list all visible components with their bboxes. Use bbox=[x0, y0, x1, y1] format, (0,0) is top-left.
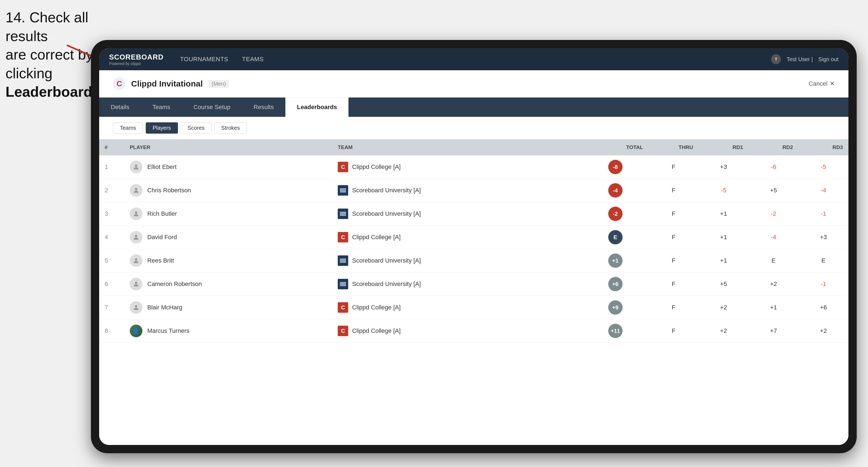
nav-links: TOURNAMENTS TEAMS bbox=[180, 54, 771, 65]
player-name: Blair McHarg bbox=[147, 304, 182, 311]
brand-sub: Powered by clippd bbox=[109, 61, 164, 66]
team-icon: C bbox=[338, 232, 348, 243]
svg-point-3 bbox=[135, 188, 137, 190]
user-name: Test User | bbox=[786, 56, 813, 63]
cell-team: CClippd College [A] bbox=[332, 155, 582, 179]
brand-logo: SCOREBOARD Powered by clippd bbox=[109, 53, 164, 66]
cell-rd3: +2 bbox=[799, 319, 848, 343]
cell-rank: 4 bbox=[99, 226, 124, 249]
cell-rd3: -1 bbox=[799, 202, 848, 226]
cell-rd2: -4 bbox=[748, 226, 798, 249]
tablet-screen: SCOREBOARD Powered by clippd TOURNAMENTS… bbox=[99, 48, 848, 445]
cell-rd1: +1 bbox=[699, 202, 748, 226]
team-name: Clippd College [A] bbox=[352, 327, 401, 335]
team-icon bbox=[338, 279, 348, 289]
cell-rd2: -6 bbox=[748, 155, 798, 179]
tab-course-setup[interactable]: Course Setup bbox=[182, 97, 242, 117]
filter-strokes[interactable]: Strokes bbox=[214, 122, 247, 134]
table-row: 7Blair McHargCClippd College [A]+9F+2+1+… bbox=[99, 296, 848, 319]
cell-rd2: +1 bbox=[748, 296, 798, 319]
table-row: 8👤Marcus TurnersCClippd College [A]+11F+… bbox=[99, 319, 848, 343]
cell-thru: F bbox=[649, 273, 699, 296]
player-name: Cameron Robertson bbox=[147, 280, 202, 288]
tournament-header: C Clippd Invitational (Men) Cancel ✕ bbox=[99, 70, 848, 97]
player-name: Chris Robertson bbox=[147, 187, 191, 194]
svg-rect-15 bbox=[340, 259, 346, 259]
svg-rect-17 bbox=[340, 261, 346, 261]
tab-teams[interactable]: Teams bbox=[141, 97, 182, 117]
cell-rank: 8 bbox=[99, 319, 124, 343]
cell-total: E bbox=[582, 226, 649, 249]
score-badge: -8 bbox=[608, 160, 623, 174]
svg-rect-12 bbox=[340, 215, 346, 216]
cell-team: Scoreboard University [A] bbox=[332, 202, 582, 226]
score-badge: +1 bbox=[608, 253, 623, 268]
cell-player: Rich Butler bbox=[124, 202, 333, 226]
svg-point-13 bbox=[135, 235, 137, 237]
table-row: 5Rees BrittScoreboard University [A]+1F+… bbox=[99, 249, 848, 273]
cell-thru: F bbox=[649, 249, 699, 273]
cell-rd1: +3 bbox=[699, 155, 748, 179]
team-name: Clippd College [A] bbox=[352, 304, 401, 311]
cell-rd1: +2 bbox=[699, 319, 748, 343]
col-header-rd3: RD3 bbox=[799, 139, 848, 155]
svg-rect-10 bbox=[340, 213, 346, 214]
nav-teams[interactable]: TEAMS bbox=[242, 54, 264, 65]
cell-rd3: +6 bbox=[799, 296, 848, 319]
score-badge: +6 bbox=[608, 277, 623, 291]
svg-point-14 bbox=[135, 258, 137, 261]
table-row: 6Cameron RobertsonScoreboard University … bbox=[99, 273, 848, 296]
team-name: Scoreboard University [A] bbox=[352, 280, 421, 288]
table-row: 2Chris RobertsonScoreboard University [A… bbox=[99, 179, 848, 202]
cell-rd1: +5 bbox=[699, 273, 748, 296]
player-name: Rees Britt bbox=[147, 257, 174, 264]
tab-leaderboards[interactable]: Leaderboards bbox=[285, 97, 349, 117]
table-header-row: # PLAYER TEAM TOTAL THRU RD1 RD2 RD3 bbox=[99, 139, 848, 155]
filter-scores[interactable]: Scores bbox=[181, 122, 212, 134]
team-icon: C bbox=[338, 326, 348, 336]
cell-rank: 5 bbox=[99, 249, 124, 273]
team-icon: C bbox=[338, 162, 348, 172]
svg-rect-23 bbox=[340, 285, 346, 286]
team-icon bbox=[338, 255, 348, 266]
cell-rd1: +2 bbox=[699, 296, 748, 319]
col-header-rd1: RD1 bbox=[699, 139, 748, 155]
team-name: Scoreboard University [A] bbox=[352, 210, 421, 217]
svg-rect-4 bbox=[340, 188, 346, 189]
tournament-icon: C bbox=[113, 77, 126, 90]
svg-rect-11 bbox=[340, 214, 346, 215]
team-name: Scoreboard University [A] bbox=[352, 187, 421, 194]
nav-right: T Test User | Sign out bbox=[771, 54, 839, 64]
cell-team: CClippd College [A] bbox=[332, 296, 582, 319]
player-avatar bbox=[130, 208, 143, 220]
nav-tournaments[interactable]: TOURNAMENTS bbox=[180, 54, 228, 65]
cell-rd1: -5 bbox=[699, 179, 748, 202]
cell-player: Elliot Ebert bbox=[124, 155, 333, 179]
cell-rd2: -2 bbox=[748, 202, 798, 226]
leaderboard-table-container[interactable]: # PLAYER TEAM TOTAL THRU RD1 RD2 RD3 1El… bbox=[99, 139, 848, 445]
cell-player: Rees Britt bbox=[124, 249, 333, 273]
svg-point-19 bbox=[135, 282, 137, 284]
player-name: Rich Butler bbox=[147, 210, 177, 217]
tab-details[interactable]: Details bbox=[99, 97, 141, 117]
filter-teams[interactable]: Teams bbox=[113, 122, 143, 134]
sign-out-link[interactable]: Sign out bbox=[818, 56, 839, 63]
cell-rd2: +7 bbox=[748, 319, 798, 343]
col-header-rank: # bbox=[99, 139, 124, 155]
cell-team: CClippd College [A] bbox=[332, 319, 582, 343]
cancel-button[interactable]: Cancel ✕ bbox=[809, 80, 835, 87]
tab-results[interactable]: Results bbox=[242, 97, 285, 117]
cell-rd2: +2 bbox=[748, 273, 798, 296]
filter-players[interactable]: Players bbox=[146, 122, 178, 134]
tab-navigation: Details Teams Course Setup Results Leade… bbox=[99, 97, 848, 117]
svg-point-8 bbox=[135, 211, 137, 214]
team-name: Scoreboard University [A] bbox=[352, 257, 421, 264]
player-avatar bbox=[130, 161, 143, 173]
cell-rd2: +5 bbox=[748, 179, 798, 202]
player-avatar bbox=[130, 254, 143, 267]
cell-rd3: -1 bbox=[799, 273, 848, 296]
team-icon: C bbox=[338, 302, 348, 313]
cell-rank: 7 bbox=[99, 296, 124, 319]
instruction-bold: Leaderboards. bbox=[5, 84, 104, 100]
tablet-frame: SCOREBOARD Powered by clippd TOURNAMENTS… bbox=[91, 40, 857, 453]
